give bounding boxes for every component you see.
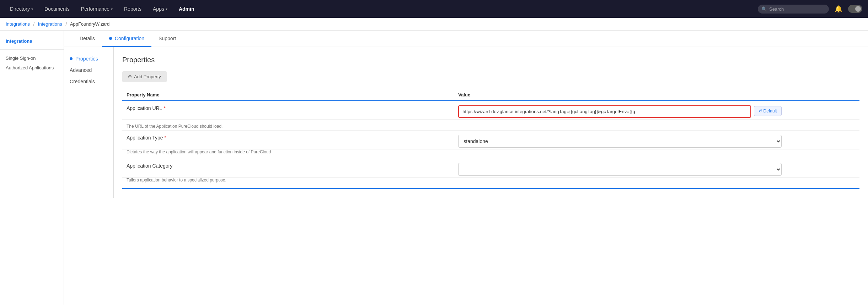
- main-content: Details Configuration Support Properties…: [64, 31, 868, 305]
- tab-support[interactable]: Support: [151, 31, 183, 47]
- application-category-select[interactable]: category1 category2: [458, 163, 781, 176]
- subnav-dot-properties: [70, 57, 73, 60]
- tab-dot-configuration: [109, 37, 112, 40]
- column-header-value: Value: [454, 89, 786, 101]
- breadcrumb-separator: /: [65, 21, 67, 27]
- nav-label-admin: Admin: [179, 6, 194, 12]
- required-indicator: *: [164, 105, 165, 111]
- prop-value-cell-type: standalone widget embedded: [454, 131, 786, 149]
- nav-item-performance[interactable]: Performance ▾: [77, 3, 117, 15]
- blue-bottom-bar: [122, 188, 859, 189]
- chevron-down-icon: ▾: [166, 7, 167, 11]
- prop-label-text-type: Application Type: [127, 135, 163, 141]
- prop-name-cell-type: Application Type*: [122, 131, 454, 149]
- url-actions: ↺ Default: [754, 105, 782, 116]
- prop-label-category: Application Category: [127, 163, 450, 169]
- breadcrumb-link-integrations1[interactable]: Integrations: [6, 21, 30, 27]
- toggle-knob: [855, 6, 861, 12]
- tab-configuration[interactable]: Configuration: [102, 31, 151, 47]
- properties-table: Property Name Value Application URL*: [122, 89, 859, 187]
- nav-label-directory: Directory: [10, 6, 30, 12]
- nav-item-documents[interactable]: Documents: [40, 3, 74, 15]
- nav-item-apps[interactable]: Apps ▾: [149, 3, 172, 15]
- subnav-item-advanced[interactable]: Advanced: [64, 64, 113, 76]
- tab-details[interactable]: Details: [73, 31, 102, 47]
- subnav-label-credentials: Credentials: [70, 79, 95, 84]
- reset-icon: ↺: [759, 109, 762, 114]
- table-header-row: Property Name Value: [122, 89, 859, 101]
- breadcrumb-separator: /: [33, 21, 35, 27]
- page-layout: Integrations Single Sign-on Authorized A…: [0, 31, 868, 305]
- table-row: Application Type* standalone widget embe…: [122, 131, 859, 149]
- table-row-desc-type: Dictates the way the application will ap…: [122, 149, 859, 159]
- sidebar-item-authorized-apps[interactable]: Authorized Applications: [0, 63, 64, 73]
- nav-label-apps: Apps: [153, 6, 164, 12]
- nav-label-documents: Documents: [44, 6, 70, 12]
- prop-name-cell-category: Application Category: [122, 159, 454, 178]
- breadcrumb-current: AppFoundryWizard: [70, 21, 109, 27]
- url-value-wrapper: https://wizard-dev.glance-integrations.n…: [458, 105, 781, 118]
- table-row: Application URL* https://wizard-dev.glan…: [122, 101, 859, 120]
- table-row-desc-url: The URL of the Application PureCloud sho…: [122, 120, 859, 131]
- add-property-label: Add Property: [134, 74, 161, 79]
- prop-label-url: Application URL*: [127, 105, 450, 111]
- chevron-down-icon: ▾: [31, 7, 33, 11]
- properties-title: Properties: [122, 56, 859, 64]
- default-button-url[interactable]: ↺ Default: [754, 106, 782, 116]
- chevron-down-icon: ▾: [111, 7, 113, 11]
- prop-value-cell-category: category1 category2: [454, 159, 786, 178]
- column-header-name: Property Name: [122, 89, 454, 101]
- search-wrapper: 🔍: [758, 5, 829, 14]
- column-header-actions: [786, 89, 859, 101]
- default-label: Default: [763, 109, 777, 114]
- nav-label-reports: Reports: [124, 6, 141, 12]
- url-input-container: https://wizard-dev.glance-integrations.n…: [458, 105, 751, 118]
- nav-item-reports[interactable]: Reports: [120, 3, 146, 15]
- add-property-button[interactable]: ⊕ Add Property: [122, 71, 167, 82]
- sidebar-divider: [0, 49, 64, 50]
- breadcrumb-link-integrations2[interactable]: Integrations: [38, 21, 62, 27]
- tab-label-details: Details: [80, 36, 95, 41]
- subnav-label-advanced: Advanced: [70, 67, 92, 73]
- search-input[interactable]: [758, 5, 829, 14]
- content-area: Properties Advanced Credentials Properti…: [64, 47, 868, 198]
- tab-bar: Details Configuration Support: [64, 31, 868, 47]
- prop-desc-category: Tailors application behavior to a specia…: [122, 178, 786, 187]
- plus-icon: ⊕: [128, 74, 132, 79]
- subnav-item-credentials[interactable]: Credentials: [64, 76, 113, 87]
- application-url-input[interactable]: https://wizard-dev.glance-integrations.n…: [458, 105, 751, 118]
- tab-label-support: Support: [159, 36, 176, 41]
- sidebar: Integrations Single Sign-on Authorized A…: [0, 31, 64, 305]
- prop-label-text-category: Application Category: [127, 163, 172, 169]
- application-type-select[interactable]: standalone widget embedded: [458, 135, 781, 148]
- theme-toggle[interactable]: [848, 5, 862, 13]
- table-row-desc-category: Tailors application behavior to a specia…: [122, 178, 859, 187]
- prop-label-type: Application Type*: [127, 135, 450, 141]
- table-row: Application Category category1 category2: [122, 159, 859, 178]
- required-indicator: *: [164, 135, 166, 141]
- nav-label-performance: Performance: [81, 6, 109, 12]
- breadcrumb: Integrations / Integrations / AppFoundry…: [0, 18, 868, 31]
- subnav-item-properties[interactable]: Properties: [64, 53, 113, 64]
- prop-label-text-url: Application URL: [127, 105, 162, 111]
- subnav-label-properties: Properties: [75, 56, 98, 62]
- top-navigation: Directory ▾ Documents Performance ▾ Repo…: [0, 0, 868, 18]
- nav-item-admin[interactable]: Admin: [175, 3, 199, 15]
- prop-desc-type: Dictates the way the application will ap…: [122, 149, 786, 159]
- nav-item-directory[interactable]: Directory ▾: [6, 3, 37, 15]
- tab-label-configuration: Configuration: [115, 36, 144, 41]
- bell-icon[interactable]: 🔔: [832, 5, 845, 13]
- prop-desc-url: The URL of the Application PureCloud sho…: [122, 120, 786, 131]
- prop-value-cell-url: https://wizard-dev.glance-integrations.n…: [454, 101, 786, 120]
- sub-navigation: Properties Advanced Credentials: [64, 47, 114, 198]
- prop-name-cell-url: Application URL*: [122, 101, 454, 120]
- properties-panel: Properties ⊕ Add Property Property Name …: [114, 47, 868, 198]
- sidebar-section-integrations[interactable]: Integrations: [0, 36, 64, 46]
- sidebar-item-sso[interactable]: Single Sign-on: [0, 53, 64, 63]
